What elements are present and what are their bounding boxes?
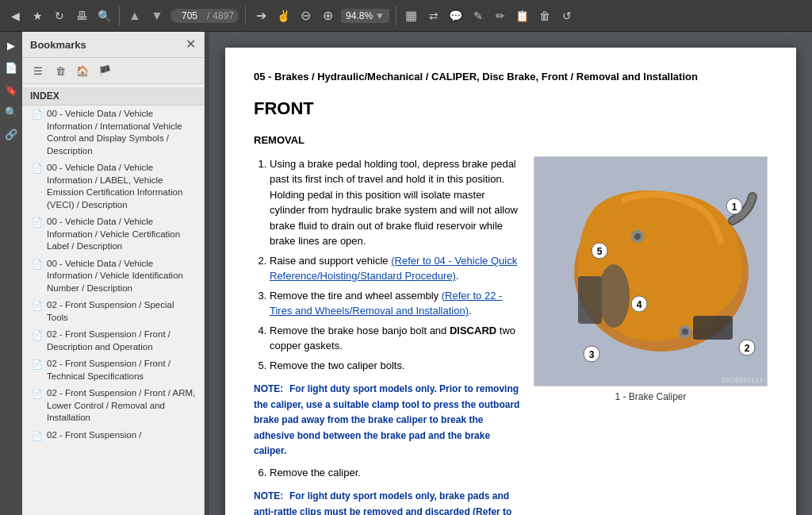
note-1-label: NOTE:	[254, 383, 283, 394]
note-2: NOTE: For light duty sport models only, …	[254, 488, 521, 515]
sidebar-item-4[interactable]: 📄 00 - Vehicle Data / Vehicle Informatio…	[22, 256, 204, 298]
sidebar-item-text-7: 02 - Front Suspension / Front / Technica…	[47, 358, 197, 382]
separator3	[396, 6, 396, 25]
pdf-page: 05 - Brakes / Hydraulic/Mechanical / CAL…	[225, 48, 796, 515]
page-sep: /	[207, 10, 209, 21]
sidebar-item-text-2: 00 - Vehicle Data / Vehicle Information …	[47, 162, 197, 211]
caliper-image: 1 2 3 4 5	[534, 156, 768, 386]
sidebar-item-icon-3: 📄	[32, 217, 43, 229]
search-icon[interactable]: 🔍	[95, 7, 113, 25]
comment-icon[interactable]: 💬	[447, 7, 465, 25]
steps-list: Using a brake pedal holding tool, depres…	[270, 156, 521, 374]
sidebar-item-icon-6: 📄	[32, 329, 43, 341]
sidebar-close-button[interactable]: ✕	[186, 38, 196, 51]
back-icon[interactable]: ◀	[6, 7, 24, 25]
note-2-label: NOTE:	[254, 490, 283, 502]
hand-tool-icon[interactable]: ✌	[274, 7, 292, 25]
star-icon[interactable]: ★	[29, 7, 46, 25]
pdf-section-title: FRONT	[254, 95, 768, 121]
draw-icon[interactable]: ✏	[492, 7, 509, 25]
sidebar-item-text-9: 02 - Front Suspension /	[47, 429, 197, 442]
sidebar-item-text-3: 00 - Vehicle Data / Vehicle Information …	[47, 216, 197, 253]
toolbar: ◀ ★ ↻ 🖶 🔍 ▲ ▼ / 4897 ➔ ✌ ⊖ ⊕ 94.8% ▼ ▦ ⇄…	[0, 0, 812, 32]
sidebar-item-5[interactable]: 📄 02 - Front Suspension / Special Tools	[22, 297, 204, 326]
fit-width-icon[interactable]: ⇄	[425, 7, 442, 25]
main-area: ▶ 📄 🔖 🔍 🔗 Bookmarks ✕ ☰ 🗑 🏠 🏴 INDEX 📄 00…	[0, 32, 812, 515]
next-page-icon[interactable]: ▼	[148, 7, 166, 25]
zoom-dropdown-icon[interactable]: ▼	[375, 10, 385, 21]
caliper-caption: 1 - Brake Caliper	[534, 390, 768, 404]
sidebar-flag-icon[interactable]: 🏴	[95, 61, 114, 80]
sidebar-item-icon-1: 📄	[32, 109, 43, 121]
pdf-sub-title: REMOVAL	[254, 133, 768, 148]
sidebar-item-7[interactable]: 📄 02 - Front Suspension / Front / Techni…	[22, 356, 204, 385]
print-icon[interactable]: 🖶	[73, 7, 90, 25]
sidebar-item-text-5: 02 - Front Suspension / Special Tools	[47, 299, 197, 324]
content-with-image: Using a brake pedal holding tool, depres…	[254, 156, 768, 515]
svg-text:2: 2	[745, 343, 750, 354]
sidebar-delete-icon[interactable]: 🗑	[51, 61, 70, 80]
svg-text:3: 3	[589, 349, 595, 360]
svg-point-4	[598, 264, 630, 328]
sidebar-menu-icon[interactable]: ☰	[29, 61, 48, 80]
prev-page-icon[interactable]: ▲	[126, 7, 144, 25]
sidebar-item-9[interactable]: 📄 02 - Front Suspension /	[22, 427, 204, 444]
select-tool-icon[interactable]: ➔	[252, 7, 270, 25]
sidebar-item-8[interactable]: 📄 02 - Front Suspension / Front / ARM, L…	[22, 385, 204, 427]
page-total: 4897	[213, 10, 234, 21]
link-icon[interactable]: 🔗	[2, 125, 20, 143]
note-1-text: For light duty sport models only. Prior …	[254, 383, 519, 456]
zoom-control[interactable]: 94.8% ▼	[341, 9, 389, 23]
sidebar-title: Bookmarks	[30, 39, 86, 51]
sidebar-item-icon-5: 📄	[32, 300, 43, 312]
step-3: Remove the tire and wheel assembly (Refe…	[270, 288, 521, 319]
sidebar-item-icon-7: 📄	[32, 359, 43, 371]
step-6: Remove the caliper.	[270, 465, 521, 481]
history-icon[interactable]: ↻	[51, 7, 68, 25]
copy-icon[interactable]: 📋	[514, 7, 531, 25]
sidebar-item-icon-8: 📄	[32, 388, 43, 400]
sidebar-bookmark-add-icon[interactable]: 🏠	[73, 61, 92, 80]
step-1: Using a brake pedal holding tool, depres…	[270, 156, 521, 249]
step-3-text: Remove the tire and wheel assembly	[270, 290, 442, 302]
sidebar-index-item[interactable]: INDEX	[22, 87, 204, 106]
sidebar-item-text-1: 00 - Vehicle Data / Vehicle Information …	[47, 108, 197, 157]
step-4: Remove the brake hose banjo bolt and DIS…	[270, 323, 521, 354]
svg-text:5: 5	[597, 246, 603, 257]
svg-point-6	[634, 233, 641, 240]
separator	[119, 6, 120, 25]
zoom-out-icon[interactable]: ⊖	[297, 7, 314, 25]
step-2: Raise and support vehicle (Refer to 04 -…	[270, 253, 521, 284]
svg-text:4: 4	[637, 299, 642, 310]
svg-text:05O8347117: 05O8347117	[722, 376, 763, 384]
delete-icon[interactable]: 🗑	[536, 7, 553, 25]
sidebar-toolbar: ☰ 🗑 🏠 🏴	[22, 58, 204, 84]
fit-page-icon[interactable]: ▦	[403, 7, 420, 25]
highlight-icon[interactable]: ✎	[469, 7, 487, 25]
steps-list-2: Remove the caliper.	[270, 465, 521, 481]
content-area[interactable]: 05 - Brakes / Hydraulic/Mechanical / CAL…	[209, 32, 812, 515]
note-2-text: For light duty sport models only, brake …	[254, 490, 509, 515]
note-1: NOTE: For light duty sport models only. …	[254, 381, 521, 459]
step-4-text: Remove the brake hose banjo bolt and DIS…	[270, 325, 515, 352]
sidebar-item-1[interactable]: 📄 00 - Vehicle Data / Vehicle Informatio…	[22, 106, 204, 159]
bookmark-icon[interactable]: 🔖	[2, 81, 20, 98]
undo-icon[interactable]: ↺	[558, 7, 576, 25]
page-input[interactable]	[175, 10, 204, 21]
page-icon[interactable]: 📄	[2, 59, 20, 76]
sidebar-item-2[interactable]: 📄 00 - Vehicle Data / Vehicle Informatio…	[22, 159, 204, 213]
svg-point-8	[682, 329, 688, 335]
sidebar-scroll[interactable]: INDEX 📄 00 - Vehicle Data / Vehicle Info…	[22, 84, 204, 515]
sidebar-item-text-8: 02 - Front Suspension / Front / ARM, Low…	[47, 387, 197, 425]
sidebar-header: Bookmarks ✕	[22, 32, 204, 58]
content-right: 1 2 3 4 5	[534, 156, 768, 404]
zoom-in-icon[interactable]: ⊕	[319, 7, 336, 25]
sidebar-item-6[interactable]: 📄 02 - Front Suspension / Front / Descri…	[22, 326, 204, 356]
caliper-svg: 1 2 3 4 5	[534, 157, 768, 386]
content-left: Using a brake pedal holding tool, depres…	[254, 156, 521, 515]
expand-icon[interactable]: ▶	[2, 37, 20, 54]
sidebar-item-3[interactable]: 📄 00 - Vehicle Data / Vehicle Informatio…	[22, 213, 204, 256]
sidebar-item-icon-9: 📄	[32, 430, 43, 442]
search-side-icon[interactable]: 🔍	[2, 103, 20, 121]
step-5: Remove the two caliper bolts.	[270, 358, 521, 374]
